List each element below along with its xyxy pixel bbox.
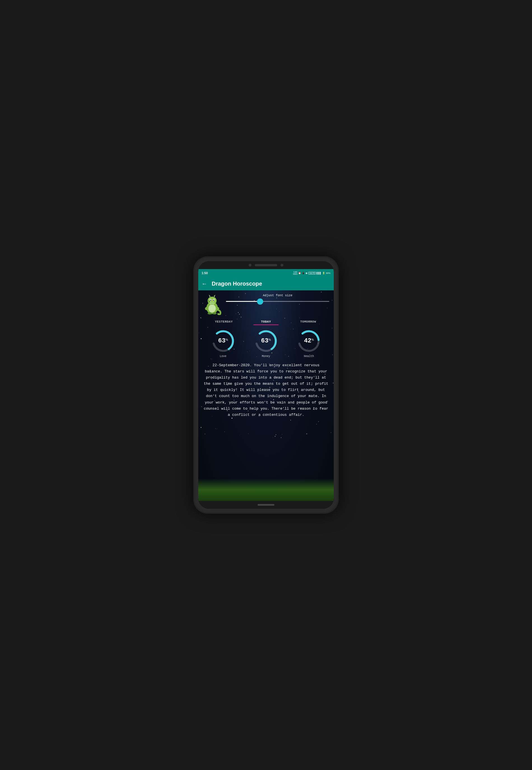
scores-row: 63% Love xyxy=(202,328,330,358)
top-section: Adjust font size xyxy=(202,293,330,316)
svg-marker-12 xyxy=(214,295,215,297)
health-value: 42% xyxy=(304,338,314,344)
score-health: 42% Health xyxy=(296,328,321,358)
phone-bottom-bar xyxy=(198,501,334,509)
love-number: 63 xyxy=(218,337,225,344)
status-icons: 3.80 KB/S ⏰ 📱 ◉ VoLTE ▌▌▌ 🔋 89% xyxy=(293,271,330,275)
battery-percent: 89% xyxy=(326,272,330,274)
horoscope-text: 22-September-2020. You'll enjoy excellen… xyxy=(202,362,330,418)
app-title: Dragon Horoscope xyxy=(212,281,262,287)
svg-point-19 xyxy=(213,312,217,314)
svg-point-17 xyxy=(208,304,216,312)
love-percent: % xyxy=(225,338,228,341)
phone-device: 1:50 3.80 KB/S ⏰ 📱 ◉ VoLTE ▌▌▌ 🔋 89% xyxy=(193,256,339,514)
dragon-mascot xyxy=(202,293,223,316)
phone-screen: 1:50 3.80 KB/S ⏰ 📱 ◉ VoLTE ▌▌▌ 🔋 89% xyxy=(198,261,334,509)
network-speed: 3.80 KB/S xyxy=(293,271,298,275)
score-love: 63% Love xyxy=(211,328,236,358)
tab-tomorrow[interactable]: TOMORROW xyxy=(287,318,329,325)
back-button[interactable]: ← xyxy=(202,281,207,287)
main-content: Adjust font size YESTERDAY xyxy=(198,290,334,501)
phone-icon: 📱 xyxy=(302,272,305,274)
money-number: 63 xyxy=(261,337,268,344)
content-overlay: Adjust font size YESTERDAY xyxy=(198,290,334,423)
svg-point-10 xyxy=(213,302,213,303)
svg-point-8 xyxy=(214,300,214,300)
money-value: 63% xyxy=(261,338,271,344)
tab-today[interactable]: TODAY xyxy=(245,318,287,325)
status-time: 1:50 xyxy=(202,271,208,275)
battery-icon: 🔋 xyxy=(322,272,325,274)
status-bar: 1:50 3.80 KB/S ⏰ 📱 ◉ VoLTE ▌▌▌ 🔋 89% xyxy=(198,269,334,277)
alarm-icon: ⏰ xyxy=(298,272,301,274)
camera-icon xyxy=(249,264,251,267)
volte-badge: VoLTE xyxy=(308,272,316,274)
love-ring-container: 63% xyxy=(211,328,236,354)
score-money: 63% Money xyxy=(253,328,279,358)
svg-point-5 xyxy=(210,300,211,301)
wifi-icon: ◉ xyxy=(305,272,307,274)
health-ring-container: 42% xyxy=(296,328,321,354)
svg-marker-11 xyxy=(209,295,211,297)
love-value: 63% xyxy=(218,338,228,344)
money-ring-container: 63% xyxy=(253,328,279,354)
sensor-icon xyxy=(281,264,283,267)
health-number: 42 xyxy=(304,337,311,344)
phone-top-notch xyxy=(198,261,334,269)
speaker-grille xyxy=(255,264,277,266)
health-percent: % xyxy=(311,338,314,341)
money-percent: % xyxy=(269,338,271,341)
svg-point-7 xyxy=(211,300,211,300)
svg-point-6 xyxy=(213,300,214,301)
font-size-slider[interactable] xyxy=(225,301,330,302)
screen-content: 1:50 3.80 KB/S ⏰ 📱 ◉ VoLTE ▌▌▌ 🔋 89% xyxy=(198,269,334,501)
slider-fill xyxy=(226,301,262,302)
ground-decoration xyxy=(198,479,334,501)
home-button[interactable] xyxy=(258,504,274,506)
signal-bars-icon: ▌▌▌ xyxy=(317,272,321,274)
app-bar: ← Dragon Horoscope xyxy=(198,277,334,290)
slider-track xyxy=(226,301,329,302)
font-size-label: Adjust font size xyxy=(225,294,330,297)
svg-point-9 xyxy=(211,302,212,303)
font-size-section: Adjust font size xyxy=(223,293,330,302)
slider-thumb[interactable] xyxy=(257,298,263,305)
